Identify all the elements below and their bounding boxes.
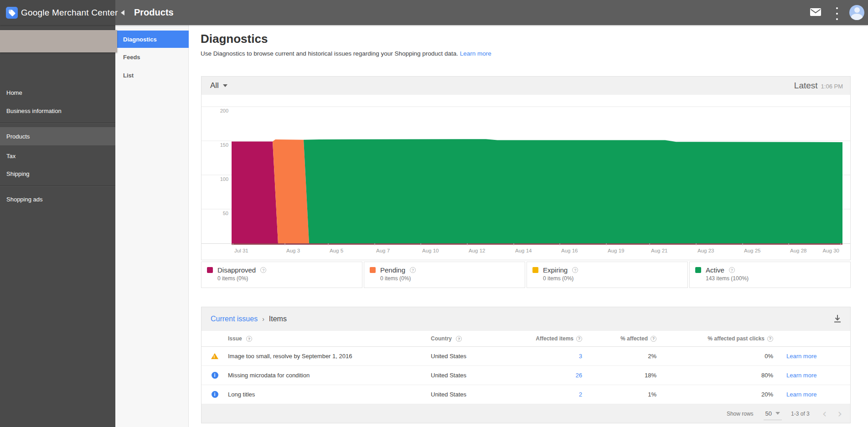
issue-row: i Long titles United States 2 1% 20% Lea…: [202, 385, 850, 404]
help-icon[interactable]: ?: [246, 336, 252, 342]
legend-card-pending: Pending ? 0 items (0%): [364, 262, 525, 288]
issues-table-header: Issue ? Country ? Affected items ? % aff…: [202, 331, 850, 347]
table-footer: Show rows 50 1-3 of 3 ‹ ›: [202, 404, 850, 423]
pct-affected-value: 18%: [582, 372, 656, 379]
sidebar-item-home[interactable]: Home: [0, 83, 115, 102]
pct-past-clicks-value: 80%: [656, 372, 773, 379]
breadcrumb-current-issues-link[interactable]: Current issues: [211, 315, 258, 323]
issue-country: United States: [431, 372, 532, 379]
help-icon[interactable]: ?: [410, 267, 416, 273]
sidebar-divider: [0, 185, 115, 186]
intro-learn-more-link[interactable]: Learn more: [460, 50, 491, 57]
sidebar-item-business-information[interactable]: Business information: [0, 102, 115, 120]
current-issues-section: Current issues › Items Issue ? Country ?…: [201, 307, 851, 423]
help-icon[interactable]: ?: [572, 267, 578, 273]
svg-text:Aug 16: Aug 16: [561, 248, 578, 253]
affected-items-link[interactable]: 3: [579, 353, 582, 360]
help-icon[interactable]: ?: [576, 336, 582, 342]
svg-text:Aug 21: Aug 21: [651, 248, 667, 253]
subnav-item-feeds[interactable]: Feeds: [115, 48, 189, 66]
primary-sidebar: Home Business information Products Tax S…: [0, 25, 115, 427]
svg-text:Aug 3: Aug 3: [286, 248, 300, 253]
issues-breadcrumb-bar: Current issues › Items: [202, 307, 850, 331]
svg-text:Aug 10: Aug 10: [422, 248, 439, 253]
brand-name: Google Merchant Center: [21, 0, 118, 25]
svg-text:Aug 19: Aug 19: [608, 248, 624, 253]
column-pct-affected-past-clicks: % affected past clicks: [708, 335, 765, 342]
page-intro: Use Diagnostics to browse current and hi…: [201, 50, 491, 57]
download-icon[interactable]: [833, 314, 842, 325]
active-swatch-icon: [695, 267, 701, 273]
show-rows-dropdown[interactable]: 50: [764, 410, 782, 420]
issue-text: Long titles: [228, 391, 431, 398]
status-legend-row: Disapproved ? 0 items (0%) Pending ? 0 i…: [201, 262, 851, 288]
issue-country: United States: [431, 391, 532, 398]
row-learn-more-link[interactable]: Learn more: [786, 372, 816, 379]
disapproved-swatch-icon: [207, 267, 213, 273]
svg-text:Aug 30: Aug 30: [823, 248, 839, 253]
sidebar-item-shopping-ads[interactable]: Shopping ads: [0, 190, 115, 208]
svg-text:100: 100: [220, 176, 228, 182]
pending-swatch-icon: [370, 267, 376, 273]
sidebar-item-products[interactable]: Products: [0, 127, 115, 145]
legend-card-disapproved: Disapproved ? 0 items (0%): [201, 262, 362, 288]
top-bar: Google Merchant Center Products: [0, 0, 868, 25]
breadcrumb-items: Items: [269, 315, 287, 323]
status-area-chart: 20015010050Jul 31Aug 3Aug 5Aug 7Aug 10Au…: [202, 77, 850, 260]
merchant-center-logo-icon: [6, 7, 18, 19]
svg-text:200: 200: [220, 108, 228, 113]
issue-text: Image too small, resolve by September 1,…: [228, 353, 431, 360]
issue-text: Missing microdata for condition: [228, 372, 431, 379]
affected-items-link[interactable]: 2: [579, 391, 582, 398]
chevron-down-icon: [775, 412, 780, 415]
show-rows-label: Show rows: [727, 411, 754, 417]
breadcrumb-separator: ›: [262, 315, 264, 323]
help-icon[interactable]: ?: [767, 336, 773, 342]
info-icon: i: [211, 391, 219, 398]
sidebar-item-tax[interactable]: Tax: [0, 147, 115, 165]
next-page-button[interactable]: ›: [837, 409, 842, 418]
user-avatar[interactable]: [849, 5, 864, 20]
row-learn-more-link[interactable]: Learn more: [786, 353, 816, 360]
pct-past-clicks-value: 20%: [656, 391, 773, 398]
column-country: Country: [431, 335, 452, 342]
page-title: Diagnostics: [201, 32, 268, 46]
svg-text:Aug 12: Aug 12: [469, 248, 485, 253]
svg-text:Aug 14: Aug 14: [515, 248, 532, 253]
pagination-range: 1-3 of 3: [791, 411, 810, 417]
previous-page-button[interactable]: ‹: [822, 409, 827, 418]
info-icon: i: [211, 372, 219, 379]
legend-card-active: Active ? 143 items (100%): [689, 262, 851, 288]
help-icon[interactable]: ?: [456, 336, 462, 342]
mail-icon[interactable]: [810, 8, 822, 19]
column-pct-affected: % affected: [620, 335, 648, 342]
sidebar-item-shipping[interactable]: Shipping: [0, 165, 115, 183]
svg-text:Aug 7: Aug 7: [376, 248, 390, 253]
svg-text:Aug 23: Aug 23: [698, 248, 714, 253]
more-vertical-icon[interactable]: [833, 6, 841, 21]
account-name-redacted-block: [0, 30, 117, 52]
subnav-item-list[interactable]: List: [115, 66, 189, 84]
column-affected-items: Affected items: [536, 335, 574, 342]
chevron-left-icon: [121, 10, 124, 15]
help-icon[interactable]: ?: [729, 267, 735, 273]
collapse-sidebar-button[interactable]: [117, 0, 128, 25]
svg-text:Jul 31: Jul 31: [234, 248, 248, 253]
svg-text:Aug 5: Aug 5: [330, 248, 343, 253]
help-icon[interactable]: ?: [260, 267, 266, 273]
issue-row: i Missing microdata for condition United…: [202, 366, 850, 385]
merchant-center-app: Google Merchant Center Products Home Bus…: [0, 0, 868, 427]
products-subnav: Diagnostics Feeds List: [115, 25, 189, 427]
issue-country: United States: [431, 353, 532, 360]
column-issue: Issue: [228, 335, 242, 342]
svg-text:Aug 28: Aug 28: [790, 248, 806, 253]
affected-items-link[interactable]: 26: [576, 372, 582, 379]
help-icon[interactable]: ?: [651, 336, 656, 342]
row-learn-more-link[interactable]: Learn more: [786, 391, 816, 398]
legend-card-expiring: Expiring ? 0 items (0%): [527, 262, 688, 288]
brand-area[interactable]: Google Merchant Center: [0, 0, 115, 25]
subnav-item-diagnostics[interactable]: Diagnostics: [115, 31, 189, 48]
page-section-title: Products: [134, 0, 174, 25]
svg-text:150: 150: [220, 142, 228, 148]
status-history-chart-card: All Latest 1:06 PM 20015010050Jul 31Aug …: [201, 76, 851, 260]
